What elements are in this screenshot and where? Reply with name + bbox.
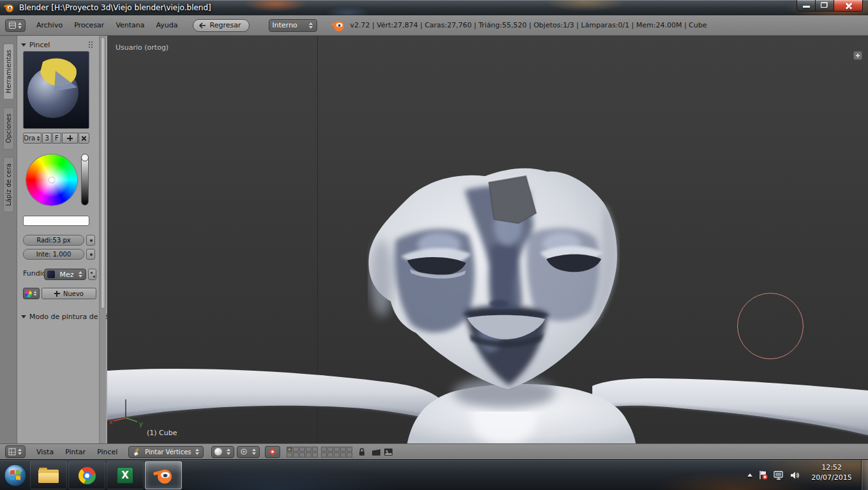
layer-grid[interactable] (287, 447, 318, 457)
active-color-swatch[interactable] (23, 216, 89, 226)
editor-type-button[interactable] (5, 19, 26, 32)
layer-cell[interactable] (347, 447, 352, 452)
layer-cell[interactable] (321, 447, 327, 452)
scrollbar-thumb[interactable] (101, 37, 105, 309)
fake-user-button[interactable]: F (52, 133, 61, 144)
taskbar-excel-button[interactable]: X (107, 461, 144, 489)
dropdown-arrows-icon (37, 136, 41, 141)
viewport-3d[interactable]: Usuario (ortog) x y (1) Cube (107, 36, 868, 443)
network-icon[interactable] (774, 471, 784, 480)
lock-button[interactable] (358, 447, 366, 456)
brush-preview-image (24, 52, 89, 129)
layer-cell[interactable] (293, 447, 299, 452)
brush-preview[interactable] (23, 51, 89, 129)
menu-pincel[interactable]: Pincel (91, 444, 123, 459)
chrome-icon (79, 467, 96, 484)
tab-opciones[interactable]: Opciones (3, 107, 14, 149)
layer-cell[interactable] (334, 447, 340, 452)
speaker-icon[interactable] (790, 471, 799, 480)
view3d-editor-icon (8, 448, 16, 456)
window-titlebar[interactable]: Blender [H:\Proyecto 3d\Viejo blender\vi… (0, 0, 868, 15)
taskbar-clock[interactable]: 12:52 20/07/2015 (805, 463, 858, 483)
brush-datablock-dropdown[interactable]: Dra (23, 133, 41, 144)
radius-animate-button[interactable] (86, 235, 95, 246)
plus-icon (54, 291, 60, 297)
unlink-brush-button[interactable] (79, 133, 89, 144)
layer-grid-2[interactable] (321, 447, 352, 457)
explorer-folder-icon (38, 468, 59, 483)
layer-cell[interactable] (334, 452, 340, 457)
layer-cell[interactable] (340, 447, 346, 452)
excel-icon: X (117, 467, 133, 484)
blend-mode-dropdown[interactable]: Mez (44, 269, 86, 280)
menu-vista[interactable]: Vista (31, 444, 59, 459)
menu-ayuda[interactable]: Ayuda (151, 15, 184, 35)
viewport-shading-dropdown[interactable] (211, 446, 234, 458)
action-center-flag-icon[interactable] (758, 470, 768, 480)
panel-grip-icon (88, 41, 94, 48)
start-button[interactable] (2, 461, 29, 490)
layer-cell[interactable] (299, 452, 305, 457)
tab-lapiz-de-cera[interactable]: Lápiz de cera (3, 157, 14, 212)
render-image-button[interactable] (384, 448, 393, 456)
dropdown-arrows-icon (79, 271, 83, 278)
film-image-icon (384, 448, 393, 456)
minimize-button[interactable] (797, 0, 816, 11)
layer-cell[interactable] (293, 452, 299, 457)
brush-cursor (737, 293, 804, 359)
back-to-previous-button[interactable]: Regresar (193, 19, 250, 32)
dice-icon-button[interactable] (88, 269, 96, 280)
toolshelf-scrollbar[interactable] (99, 36, 106, 443)
strength-animate-button[interactable] (86, 249, 95, 260)
strength-slider[interactable]: Inte: 1.000 (23, 249, 84, 260)
render-clapper-button[interactable] (371, 448, 381, 456)
color-wheel[interactable] (26, 154, 77, 205)
viewport-editor-type-button[interactable] (5, 445, 26, 458)
show-desktop-button[interactable] (861, 460, 868, 490)
tab-herramientas[interactable]: Herramientas (3, 43, 14, 100)
lock-icon (358, 447, 366, 456)
shading-sphere-icon (214, 448, 222, 456)
tray-expand-icon[interactable] (747, 473, 752, 477)
layer-cell[interactable] (287, 452, 292, 457)
layer-cell[interactable] (287, 447, 292, 452)
plus-icon (856, 54, 860, 57)
dropdown-arrows-icon (34, 291, 38, 296)
menu-procesar[interactable]: Procesar (68, 15, 110, 35)
pivot-dropdown[interactable] (237, 446, 260, 458)
info-header: Archivo Procesar Ventana Ayuda Regresar … (0, 15, 868, 36)
menu-pintar[interactable]: Pintar (59, 444, 91, 459)
brush-users-button[interactable]: 3 (42, 133, 52, 144)
taskbar-blender-button[interactable] (145, 461, 182, 489)
layer-cell[interactable] (299, 447, 305, 452)
value-slider-knob[interactable] (81, 154, 89, 161)
taskbar-explorer-button[interactable] (30, 461, 67, 489)
menu-archivo[interactable]: Archivo (31, 15, 68, 35)
mode-dropdown[interactable]: Pintar Vértices (128, 446, 204, 458)
radius-slider[interactable]: Radi:53 px (23, 235, 84, 246)
active-object-label: (1) Cube (147, 429, 177, 437)
taskbar-chrome-button[interactable] (68, 461, 105, 489)
layer-cell[interactable] (340, 452, 346, 457)
layer-cell[interactable] (312, 447, 318, 452)
manipulator-button[interactable] (265, 446, 280, 458)
brush-panel-header[interactable]: Pincel (21, 40, 103, 50)
taskbar: X (0, 459, 868, 490)
value-slider[interactable] (81, 154, 89, 205)
render-engine-select[interactable]: Interno (269, 19, 317, 32)
region-expand-button[interactable] (853, 51, 862, 60)
menu-ventana[interactable]: Ventana (110, 15, 150, 35)
layer-cell[interactable] (327, 452, 333, 457)
layer-cell[interactable] (327, 447, 333, 452)
close-button[interactable] (834, 0, 863, 11)
maximize-button[interactable] (816, 0, 834, 11)
scene-stats: v2.72 | Vért:27,874 | Caras:27,760 | Tri… (350, 21, 707, 29)
layer-cell[interactable] (306, 447, 311, 452)
layer-cell[interactable] (347, 452, 352, 457)
new-texture-button[interactable]: Nuevo (41, 288, 96, 299)
new-brush-button[interactable] (62, 133, 78, 144)
layer-cell[interactable] (306, 452, 311, 457)
layer-cell[interactable] (312, 452, 318, 457)
layer-cell[interactable] (321, 452, 327, 457)
texture-dropdown[interactable] (23, 288, 40, 299)
